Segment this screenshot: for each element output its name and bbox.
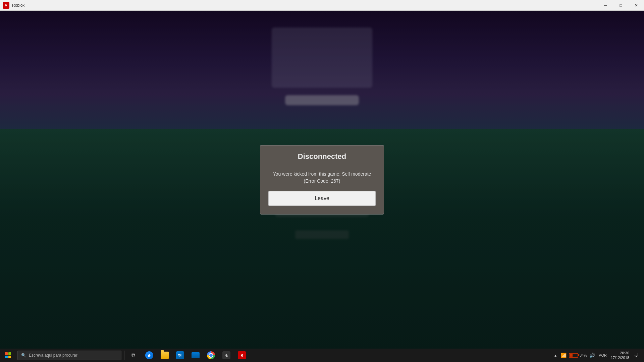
volume-icon[interactable]: 🔊 — [588, 353, 596, 358]
taskbar-app-internet-explorer[interactable]: e — [142, 349, 157, 362]
modal-title: Disconnected — [268, 152, 376, 161]
battery-indicator[interactable]: 34% — [569, 353, 587, 358]
taskbar: 🔍 Escreva aqui para procurar ⧉ e 🛍 ♞ R — [0, 349, 644, 362]
taskbar-apps: e 🛍 ♞ R — [139, 349, 550, 362]
window-title: Roblox — [12, 3, 598, 8]
battery-fill — [570, 354, 573, 357]
start-button[interactable] — [0, 349, 16, 362]
app-icon-label: R — [5, 3, 7, 7]
battery-icon — [569, 353, 578, 358]
taskbar-app-mail[interactable] — [188, 349, 203, 362]
battery-percent: 34% — [580, 353, 587, 357]
task-view-button[interactable]: ⧉ — [127, 349, 139, 362]
maximize-icon: □ — [620, 3, 622, 8]
taskbar-app-store[interactable]: 🛍 — [173, 349, 187, 362]
tray-expand-button[interactable]: ▲ — [552, 354, 558, 357]
minimize-icon: ─ — [604, 3, 607, 8]
leave-button[interactable]: Leave — [268, 191, 376, 206]
tray-network-icon[interactable]: 📶 — [560, 353, 568, 358]
search-placeholder: Escreva aqui para procurar — [29, 353, 77, 358]
language-indicator[interactable]: POR — [597, 353, 608, 357]
maximize-button[interactable]: □ — [613, 0, 629, 11]
notification-icon: 🗨 — [633, 352, 639, 358]
window-controls: ─ □ ✕ — [598, 0, 644, 10]
mail-icon — [192, 352, 200, 358]
taskbar-app-file-explorer[interactable] — [157, 349, 172, 362]
misc-app-icon: ♞ — [222, 351, 230, 359]
roblox-icon: R — [238, 351, 246, 359]
internet-explorer-icon: e — [145, 351, 153, 359]
notification-button[interactable]: 🗨 — [631, 349, 641, 362]
clock-date: 17/12/2018 — [611, 355, 629, 360]
search-bar[interactable]: 🔍 Escreva aqui para procurar — [17, 351, 121, 360]
clock-time: 20:30 — [620, 351, 629, 355]
system-tray: ▲ 📶 34% 🔊 POR 20:30 17/12/2018 🗨 — [550, 349, 644, 362]
minimize-button[interactable]: ─ — [598, 0, 613, 11]
titlebar: R Roblox ─ □ ✕ — [0, 0, 644, 11]
taskbar-separator — [124, 351, 124, 360]
game-background: Disconnected You were kicked from this g… — [0, 11, 644, 349]
chrome-icon — [207, 351, 215, 359]
taskbar-app-misc[interactable]: ♞ — [219, 349, 234, 362]
modal-message: You were kicked from this game: Self mod… — [268, 171, 376, 185]
taskbar-app-chrome[interactable] — [204, 349, 218, 362]
task-view-icon: ⧉ — [131, 352, 135, 358]
modal-divider — [268, 165, 376, 165]
store-icon: 🛍 — [176, 351, 184, 359]
disconnected-modal: Disconnected You were kicked from this g… — [260, 145, 384, 215]
search-icon: 🔍 — [21, 353, 26, 358]
app-icon: R — [3, 2, 9, 9]
taskbar-app-roblox[interactable]: R — [234, 349, 249, 362]
system-clock[interactable]: 20:30 17/12/2018 — [611, 351, 629, 360]
windows-logo-icon — [5, 352, 11, 358]
modal-overlay: Disconnected You were kicked from this g… — [0, 11, 644, 349]
close-icon: ✕ — [635, 3, 638, 8]
close-button[interactable]: ✕ — [629, 0, 644, 11]
file-explorer-icon — [161, 352, 169, 359]
